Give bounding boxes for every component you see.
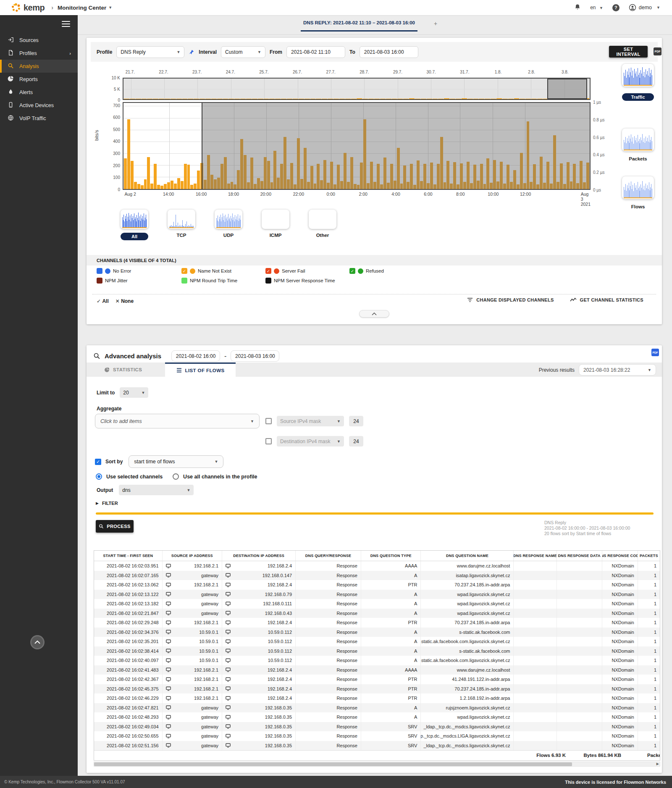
previous-results-select[interactable]: 2021-08-03 16:28:22▼ xyxy=(579,364,656,376)
profile-select[interactable]: DNS Reply▼ xyxy=(116,46,184,58)
overview-chart[interactable] xyxy=(123,78,591,100)
channel-item[interactable]: NPM Jitter xyxy=(97,278,181,284)
output-select[interactable]: dns▼ xyxy=(119,485,194,495)
destination-mask-value[interactable]: 24 xyxy=(349,436,363,447)
metric-thumbnail-traffic[interactable] xyxy=(622,64,654,87)
sort-by-checkbox[interactable]: ✓ xyxy=(95,459,101,465)
export-icon[interactable]: PDF xyxy=(651,349,659,356)
select-all-channels[interactable]: ✓ All xyxy=(97,298,109,304)
metric-button-flows[interactable]: Flows xyxy=(622,204,654,209)
change-displayed-channels-link[interactable]: CHANGE DISPLAYED CHANNELS xyxy=(467,297,554,302)
protocol-thumbnail-icmp[interactable] xyxy=(262,210,289,229)
protocol-thumbnail-all[interactable] xyxy=(121,210,148,229)
channel-checkbox[interactable] xyxy=(97,268,102,274)
interval-select[interactable]: Custom▼ xyxy=(221,46,265,58)
column-header[interactable]: DNS QUESTION TYPE xyxy=(361,551,420,561)
protocol-button-tcp[interactable]: TCP xyxy=(168,233,195,238)
source-mask-select[interactable]: Source IPv4 mask▼ xyxy=(277,416,344,426)
sidebar-item-alerts[interactable]: Alerts xyxy=(0,86,78,99)
channel-item[interactable]: ✓Name Not Exist xyxy=(181,268,265,274)
overview-selection[interactable] xyxy=(547,79,587,99)
to-input[interactable] xyxy=(360,46,418,58)
metric-thumbnail-packets[interactable] xyxy=(622,129,654,151)
notifications-bell-icon[interactable] xyxy=(574,3,581,12)
channel-item[interactable]: No Error xyxy=(97,268,181,274)
metric-button-traffic[interactable]: Traffic xyxy=(622,93,654,101)
sidebar-item-voip-traffic[interactable]: VoIP Traffic xyxy=(0,112,78,125)
column-header[interactable]: DNS RESPONSE DATA xyxy=(556,551,602,561)
column-header[interactable]: DNS QUERY/RESPONSE xyxy=(295,551,361,561)
sort-by-select[interactable]: start time of flows▼ xyxy=(129,455,223,468)
table-cell: 192.168.2.1 xyxy=(162,561,222,571)
get-channel-statistics-link[interactable]: GET CHANNEL STATISTICS xyxy=(570,297,643,302)
analysis-from-input[interactable] xyxy=(171,350,220,362)
menu-toggle-icon[interactable] xyxy=(62,19,70,29)
device-icon xyxy=(226,705,231,710)
destination-mask-select[interactable]: Destination IPv4 mask▼ xyxy=(277,436,344,447)
column-header[interactable]: PACKETS xyxy=(638,551,660,561)
source-mask-checkbox[interactable] xyxy=(265,418,272,424)
help-icon[interactable]: ? xyxy=(612,4,620,11)
scroll-top-button[interactable] xyxy=(30,635,45,649)
table-cell: 192.168.2.4 xyxy=(222,675,295,684)
sidebar-item-active-devices[interactable]: Active Devices xyxy=(0,99,78,112)
column-header[interactable]: SOURCE IP ADDRESS xyxy=(162,551,222,561)
channel-checkbox[interactable]: ✓ xyxy=(265,268,271,274)
channel-item[interactable]: ✓Server Fail xyxy=(265,268,349,274)
language-selector[interactable]: en ▼ xyxy=(590,5,603,11)
traffic-chart[interactable] xyxy=(123,102,591,190)
breadcrumb[interactable]: Monitoring Center xyxy=(58,5,106,11)
column-header[interactable]: DNS RESPONSE NAME xyxy=(513,551,556,561)
kemp-logo[interactable]: kemp xyxy=(11,3,45,13)
source-mask-value[interactable]: 24 xyxy=(349,416,363,426)
pdf-export-icon[interactable]: PDF xyxy=(654,47,662,55)
scrollbar-thumb[interactable] xyxy=(94,762,572,766)
horizontal-scrollbar[interactable]: ▶ xyxy=(94,762,660,767)
protocol-button-udp[interactable]: UDP xyxy=(215,233,242,238)
set-interval-button[interactable]: SET INTERVAL xyxy=(609,46,648,58)
protocol-button-icmp[interactable]: ICMP xyxy=(262,233,289,238)
sidebar-item-analysis[interactable]: Analysis xyxy=(0,60,78,73)
user-menu[interactable]: demo ▼ xyxy=(629,4,660,11)
use-all-channels-radio[interactable] xyxy=(173,473,179,480)
table-cell xyxy=(513,590,556,599)
column-header[interactable]: DESTINATION IP ADDRESS xyxy=(222,551,295,561)
pin-icon[interactable] xyxy=(189,49,194,55)
destination-mask-checkbox[interactable] xyxy=(265,438,272,444)
use-selected-channels-radio[interactable] xyxy=(96,473,102,480)
add-tab-button[interactable]: + xyxy=(434,20,437,27)
protocol-button-other[interactable]: Other xyxy=(309,233,336,238)
metric-thumbnail-flows[interactable] xyxy=(622,176,654,199)
channel-checkbox[interactable]: ✓ xyxy=(181,268,187,274)
column-header[interactable]: START TIME - FIRST SEEN xyxy=(94,551,162,561)
table-cell: wpad.ligavozick.skynet.cz xyxy=(420,599,513,609)
tab-dns-reply[interactable]: DNS REPLY: 2021-08-02 11:10 – 2021-08-03… xyxy=(301,20,417,32)
channel-item[interactable]: NPM Round Trip Time xyxy=(181,278,265,284)
sidebar-item-sources[interactable]: Sources xyxy=(0,34,78,47)
tab-list-of-flows[interactable]: LIST OF FLOWS xyxy=(165,362,236,377)
select-none-channels[interactable]: ✕ None xyxy=(116,298,134,304)
chart-selection[interactable] xyxy=(202,103,590,189)
filter-toggle[interactable]: ▶ FILTER xyxy=(96,501,118,506)
tab-statistics[interactable]: STATISTICS xyxy=(104,362,142,377)
protocol-thumbnail-udp[interactable] xyxy=(215,210,242,229)
limit-select[interactable]: 20▼ xyxy=(120,387,148,398)
scroll-right-arrow-icon[interactable]: ▶ xyxy=(656,762,659,766)
analysis-to-input[interactable] xyxy=(231,350,279,362)
chart-bar xyxy=(514,98,520,99)
column-header[interactable]: DNS QUESTION NAME xyxy=(420,551,513,561)
protocol-thumbnail-tcp[interactable] xyxy=(168,210,195,229)
metric-button-packets[interactable]: Packets xyxy=(622,156,654,161)
process-button[interactable]: PROCESS xyxy=(96,520,134,533)
sidebar-item-reports[interactable]: Reports xyxy=(0,73,78,86)
channel-checkbox[interactable]: ✓ xyxy=(349,268,355,274)
sidebar-item-profiles[interactable]: Profiles› xyxy=(0,47,78,60)
collapse-panel-button[interactable] xyxy=(359,310,389,318)
column-header[interactable]: DNS RESPONSE CODE xyxy=(602,551,638,561)
channel-item[interactable]: ✓Refused xyxy=(349,268,521,274)
channel-item[interactable]: NPM Server Response Time xyxy=(265,278,349,284)
aggregate-select[interactable]: Click to add items ▼ xyxy=(95,414,260,428)
from-input[interactable] xyxy=(286,46,345,58)
protocol-thumbnail-other[interactable] xyxy=(309,210,336,229)
protocol-button-all[interactable]: All xyxy=(121,233,148,240)
